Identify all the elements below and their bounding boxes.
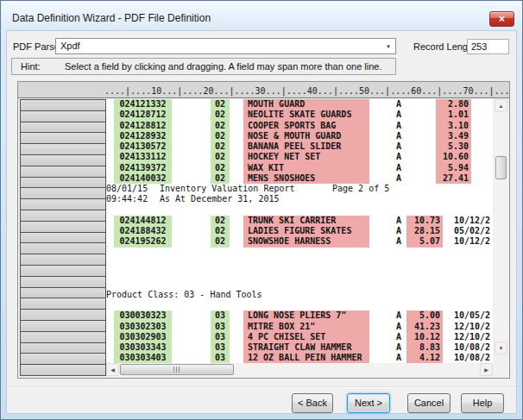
field-item-number[interactable]: 024133112 xyxy=(114,152,172,162)
row-header-cell[interactable] xyxy=(20,353,106,365)
back-button[interactable]: < Back xyxy=(292,393,333,413)
row-header-cell[interactable] xyxy=(20,221,106,233)
horizontal-scrollbar[interactable]: ◀ ▶ xyxy=(106,363,493,376)
field-class-code[interactable]: 02 xyxy=(211,173,230,184)
field-item-number[interactable]: 024139372 xyxy=(114,163,172,173)
field-item-number[interactable]: 030302903 xyxy=(114,332,172,342)
scroll-down-button[interactable]: ▼ xyxy=(495,342,507,354)
field-class-code[interactable]: 03 xyxy=(211,353,230,363)
field-price[interactable]: 28.15 xyxy=(406,226,443,236)
row-header-cell[interactable] xyxy=(20,177,106,189)
row-header-cell[interactable] xyxy=(20,254,106,266)
field-price[interactable]: 10.12 xyxy=(406,332,443,342)
field-class-code[interactable]: 03 xyxy=(211,332,230,342)
field-description[interactable]: MITRE BOX 21" xyxy=(243,322,369,332)
row-header-cell[interactable] xyxy=(20,287,106,299)
row-header-cell[interactable] xyxy=(20,187,106,199)
field-description[interactable]: SNOWSHOE HARNESS xyxy=(243,236,369,247)
row-header-cell[interactable] xyxy=(20,99,106,111)
field-class-code[interactable]: 02 xyxy=(211,110,230,120)
field-item-number[interactable]: 024144812 xyxy=(114,216,172,226)
field-description[interactable]: BANANA PEEL SLIDER xyxy=(243,141,369,152)
field-description[interactable]: MOUTH GUARD xyxy=(243,99,369,110)
field-description[interactable]: TRUNK SKI CARRIER xyxy=(243,216,369,226)
field-item-number[interactable]: 024188432 xyxy=(114,226,172,236)
row-header-cell[interactable] xyxy=(20,132,106,144)
row-header-cell[interactable] xyxy=(20,276,106,288)
field-description[interactable]: WAX KIT xyxy=(243,163,369,173)
row-header-cell[interactable] xyxy=(20,110,106,122)
field-price[interactable]: 10.73 xyxy=(406,216,443,226)
field-price[interactable]: 10.60 xyxy=(436,152,471,162)
field-item-number[interactable]: 024195262 xyxy=(114,236,172,247)
field-description[interactable]: COOPER SPORTS BAG xyxy=(243,121,369,131)
row-header-cell[interactable] xyxy=(20,309,106,321)
field-item-number[interactable]: 024121332 xyxy=(114,99,172,110)
horizontal-scrollbar-thumb[interactable] xyxy=(120,364,234,375)
record-length-input[interactable] xyxy=(467,39,509,54)
field-price[interactable]: 5.30 xyxy=(436,141,471,152)
field-price[interactable]: 3.10 xyxy=(436,121,471,131)
field-class-code[interactable]: 02 xyxy=(211,216,230,226)
field-class-code[interactable]: 02 xyxy=(211,152,230,162)
vertical-scrollbar-thumb[interactable] xyxy=(495,156,507,179)
field-class-code[interactable]: 03 xyxy=(211,310,230,321)
row-header-cell[interactable] xyxy=(20,122,106,134)
preview-text-area[interactable]: 02412133202MOUTH GUARDA2.8002412871202NE… xyxy=(106,99,493,364)
field-item-number[interactable]: 030303343 xyxy=(114,342,172,353)
row-header-cell[interactable] xyxy=(20,210,106,222)
field-class-code[interactable]: 03 xyxy=(211,342,230,353)
field-description[interactable]: HOCKEY NET SET xyxy=(243,152,369,162)
next-button[interactable]: Next > xyxy=(347,393,390,413)
field-price[interactable]: 27.41 xyxy=(436,173,471,184)
field-description[interactable]: MENS SNOSHOES xyxy=(243,173,369,184)
field-price[interactable]: 2.80 xyxy=(436,99,471,110)
field-item-number[interactable]: 030030323 xyxy=(114,310,172,321)
row-header-cell[interactable] xyxy=(20,342,106,354)
field-class-code[interactable]: 02 xyxy=(211,131,230,141)
field-description[interactable]: 12 OZ BALL PEIN HAMMER xyxy=(243,353,369,363)
field-price[interactable]: 4.12 xyxy=(406,353,443,363)
field-class-code[interactable]: 02 xyxy=(211,141,230,152)
field-price[interactable]: 8.83 xyxy=(406,342,443,353)
field-description[interactable]: 4 PC CHISEL SET xyxy=(243,332,369,342)
row-header-cell[interactable] xyxy=(20,198,106,210)
field-class-code[interactable]: 02 xyxy=(211,163,230,173)
pdf-parser-dropdown[interactable]: Xpdf ▼ xyxy=(55,38,396,54)
row-header-cell[interactable] xyxy=(20,166,106,178)
row-header-cell[interactable] xyxy=(20,331,106,343)
cancel-button[interactable]: Cancel xyxy=(407,393,451,413)
row-header-cell[interactable] xyxy=(20,320,106,332)
field-item-number[interactable]: 024128812 xyxy=(114,121,172,131)
row-header-cell[interactable] xyxy=(20,154,106,166)
field-item-number[interactable]: 024130572 xyxy=(114,141,172,152)
scroll-left-button[interactable]: ◀ xyxy=(106,363,119,376)
field-item-number[interactable]: 024128712 xyxy=(114,110,172,120)
field-item-number[interactable]: 030303403 xyxy=(114,353,172,363)
field-description[interactable]: NEOLITE SKATE GUARDS xyxy=(243,110,369,120)
row-header-cell[interactable] xyxy=(20,298,106,310)
field-description[interactable]: LADIES FIGURE SKATES xyxy=(243,226,369,236)
field-price[interactable]: 3.49 xyxy=(436,131,471,141)
field-price[interactable]: 5.00 xyxy=(406,310,443,321)
field-class-code[interactable]: 03 xyxy=(211,322,230,332)
vertical-scrollbar[interactable]: ▲ ▼ xyxy=(495,99,507,354)
field-price[interactable]: 5.07 xyxy=(406,236,443,247)
field-price[interactable]: 1.01 xyxy=(436,110,471,120)
field-class-code[interactable]: 02 xyxy=(211,121,230,131)
row-header-cell[interactable] xyxy=(20,143,106,155)
row-header-cell[interactable] xyxy=(20,265,106,277)
field-item-number[interactable]: 024128932 xyxy=(114,131,172,141)
row-header-cell[interactable] xyxy=(20,232,106,244)
field-class-code[interactable]: 02 xyxy=(211,236,230,247)
field-description[interactable]: LONG NOSE PLIERS 7" xyxy=(243,310,369,321)
field-description[interactable]: STRAIGHT CLAW HAMMER xyxy=(243,342,369,353)
field-class-code[interactable]: 02 xyxy=(211,226,230,236)
scroll-up-button[interactable]: ▲ xyxy=(495,99,507,112)
close-button[interactable]: × xyxy=(489,11,514,27)
row-header-cell[interactable] xyxy=(20,364,106,376)
field-item-number[interactable]: 024140032 xyxy=(114,173,172,184)
field-price[interactable]: 41.23 xyxy=(406,322,443,332)
help-button[interactable]: Help xyxy=(461,393,504,413)
field-item-number[interactable]: 030302303 xyxy=(114,322,172,332)
